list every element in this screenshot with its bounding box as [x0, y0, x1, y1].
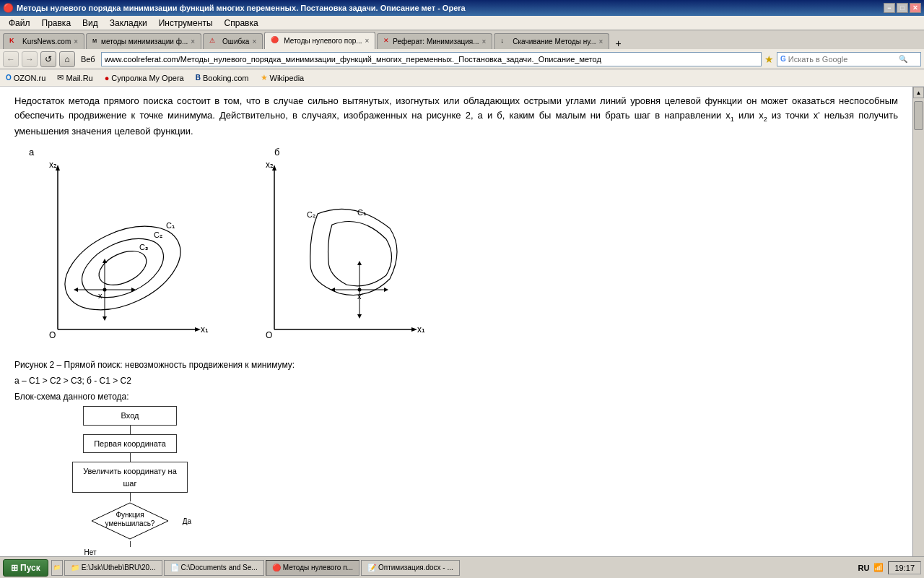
svg-text:x': x'	[357, 292, 363, 301]
tab-favicon-4: ✕	[383, 37, 390, 47]
fc-first-coord-box: Первая координата	[83, 434, 177, 454]
tab-kursnews[interactable]: K KursNews.com ×	[3, 33, 84, 49]
signal-icon: 📶	[873, 563, 884, 572]
svg-text:x₁: x₁	[417, 324, 425, 335]
tab-label-1: методы минимизации ф...	[101, 38, 188, 46]
taskbar-item-word[interactable]: 📝 Оптимизация.docx - ...	[361, 560, 460, 576]
tab-favicon-5: ↓	[500, 37, 510, 47]
tab-label-0: KursNews.com	[22, 38, 71, 46]
opera-bookmark-favicon: ●	[105, 74, 110, 82]
svg-point-9	[73, 227, 173, 309]
start-label: Пуск	[20, 563, 40, 573]
tab-skachivanie[interactable]: ↓ Скачивание Методы ну... ×	[494, 33, 609, 49]
booking-favicon: B	[196, 74, 201, 82]
fc-no-label: Нет	[84, 547, 96, 556]
svg-text:C₂: C₂	[307, 210, 315, 219]
menu-bar: Файл Правка Вид Закладки Инструменты Спр…	[0, 16, 924, 30]
window-title: Методы нулевого порядка минимизации функ…	[17, 4, 466, 12]
new-tab-button[interactable]: +	[611, 38, 625, 49]
taskbar-item-opera[interactable]: 🔴 Методы нулевого п...	[266, 560, 359, 576]
menu-help[interactable]: Справка	[219, 17, 264, 30]
taskbar-icon-1: 📄	[170, 564, 179, 571]
taskbar-item-explorer[interactable]: 📁 E:\Jsk\Utheb\BRU\20...	[64, 560, 162, 576]
opera-icon: 🔴	[3, 3, 14, 13]
home-button[interactable]: ⌂	[59, 51, 75, 67]
back-button[interactable]: ←	[3, 51, 19, 67]
tab-close-4[interactable]: ×	[482, 38, 487, 46]
menu-view[interactable]: Вид	[77, 17, 104, 30]
diagram-b: б x₁ x₂ O C₂ C₁	[253, 145, 455, 355]
maximize-button[interactable]: □	[897, 3, 908, 13]
page-content: Недостаток метода прямого поиска состоит…	[0, 87, 912, 556]
tab-close-3[interactable]: ×	[365, 37, 370, 45]
taskbar: ⊞ Пуск 📁 📁 E:\Jsk\Utheb\BRU\20... 📄 C:\D…	[0, 556, 924, 578]
svg-text:уменьшилась?: уменьшилась?	[105, 519, 155, 527]
fc-decision-box: Функция уменьшилась? Да	[90, 501, 170, 541]
legend-text: а – C1 > C2 > C3; б - C1 > C2	[14, 374, 898, 387]
browser-content: Недостаток метода прямого поиска состоит…	[0, 87, 924, 556]
tab-close-1[interactable]: ×	[191, 38, 195, 46]
vertical-scrollbar[interactable]: ▲	[912, 87, 924, 556]
language-indicator: RU	[858, 564, 870, 572]
menu-edit[interactable]: Правка	[36, 17, 77, 30]
taskbar-item-documents[interactable]: 📄 C:\Documents and Se...	[164, 560, 264, 576]
address-input[interactable]	[101, 52, 762, 66]
scroll-up-button[interactable]: ▲	[913, 87, 924, 98]
mailru-label: Mail.Ru	[66, 74, 92, 82]
close-button[interactable]: ✕	[910, 3, 921, 13]
bookmark-mailru[interactable]: ✉ Mail.Ru	[54, 72, 95, 84]
tab-referat[interactable]: ✕ Реферат: Минимизация... ×	[377, 33, 492, 49]
fc-yes-label: Да	[183, 516, 191, 527]
tab-favicon-3: 🔴	[271, 36, 281, 46]
menu-file[interactable]: Файл	[3, 17, 36, 30]
svg-text:x: x	[98, 291, 103, 300]
tab-label-3: Методы нулевого пор...	[284, 37, 362, 45]
taskbar-label-2: Методы нулевого п...	[283, 564, 353, 571]
tab-close-0[interactable]: ×	[74, 38, 78, 46]
search-input[interactable]	[788, 55, 897, 64]
minimize-button[interactable]: −	[884, 3, 895, 13]
scroll-thumb[interactable]	[914, 101, 923, 130]
forward-button[interactable]: →	[22, 51, 38, 67]
content-paragraph: Недостаток метода прямого поиска состоит…	[14, 94, 898, 138]
fc-arrow-1	[130, 426, 131, 434]
google-favicon: G	[780, 55, 786, 63]
taskbar-items: 📁 📁 E:\Jsk\Utheb\BRU\20... 📄 C:\Document…	[51, 560, 855, 576]
tab-close-5[interactable]: ×	[599, 38, 603, 46]
start-button[interactable]: ⊞ Пуск	[3, 559, 48, 577]
taskbar-label-3: Оптимизация.docx - ...	[378, 564, 453, 571]
reload-button[interactable]: ↺	[40, 51, 56, 67]
bookmark-booking[interactable]: B Booking.com	[193, 72, 252, 84]
diagram-area: а x₁ x₂ O C₁	[22, 145, 898, 355]
svg-text:C₃: C₃	[139, 243, 148, 251]
wikipedia-favicon: ★	[261, 73, 268, 82]
flowchart: Вход Первая координата Увеличить координ…	[72, 406, 898, 556]
tab-minimizacii[interactable]: м методы минимизации ф... ×	[86, 33, 201, 49]
svg-text:x₂: x₂	[266, 160, 274, 170]
menu-bookmarks[interactable]: Закладки	[104, 17, 153, 30]
taskbar-label-1: C:\Documents and Se...	[181, 564, 258, 571]
svg-text:C₁: C₁	[166, 221, 175, 230]
tab-label-2: Ошибка	[222, 38, 249, 46]
taskbar-icon-2: 🔴	[272, 564, 281, 571]
tab-metody-active[interactable]: 🔴 Методы нулевого пор... ×	[264, 32, 375, 49]
diagram-a: а x₁ x₂ O C₁	[22, 145, 224, 355]
bookmark-ozon[interactable]: O OZON.ru	[3, 72, 48, 84]
taskbar-icon-group[interactable]: 📁	[51, 560, 63, 576]
search-icon[interactable]: 🔍	[899, 55, 907, 63]
tab-error[interactable]: ⚠ Ошибка ×	[203, 33, 263, 49]
svg-text:O: O	[49, 330, 56, 340]
flowchart-title: Блок-схема данного метода:	[14, 390, 898, 403]
tab-close-2[interactable]: ×	[252, 38, 256, 46]
tab-favicon-0: K	[9, 37, 19, 47]
fc-arrow-4	[130, 541, 131, 547]
menu-tools[interactable]: Инструменты	[153, 17, 219, 30]
bookmark-wikipedia[interactable]: ★ Wikipedia	[258, 72, 308, 84]
tab-favicon-2: ⚠	[209, 37, 219, 47]
star-icon[interactable]: ★	[764, 53, 774, 65]
tab-label-4: Реферат: Минимизация...	[393, 38, 479, 46]
bookmark-myopera[interactable]: ● Супролка My Opera	[102, 72, 187, 84]
address-bar: ← → ↺ ⌂ Веб ★ G 🔍	[0, 49, 924, 69]
fc-arrow-2	[130, 453, 131, 462]
svg-diagram-b: x₁ x₂ O C₂ C₁ x'	[253, 156, 455, 366]
